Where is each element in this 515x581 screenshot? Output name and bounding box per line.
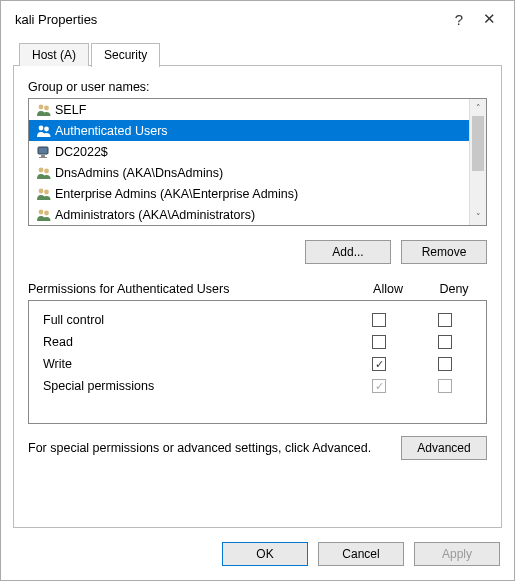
allow-checkbox[interactable]	[372, 357, 386, 371]
permission-name: Special permissions	[37, 379, 346, 393]
svg-point-12	[44, 210, 49, 215]
apply-button[interactable]: Apply	[414, 542, 500, 566]
cancel-button[interactable]: Cancel	[318, 542, 404, 566]
permission-name: Write	[37, 357, 346, 371]
scroll-down-icon[interactable]: ˅	[470, 208, 486, 225]
permission-name: Full control	[37, 313, 346, 327]
principal-row[interactable]: Administrators (AKA\Administrators)	[29, 204, 469, 225]
deny-column-header: Deny	[421, 282, 487, 296]
svg-point-11	[39, 209, 44, 214]
window-title: kali Properties	[15, 12, 444, 27]
close-icon[interactable]: ✕	[474, 10, 504, 28]
group-user-names-label: Group or user names:	[28, 80, 487, 94]
scroll-up-icon[interactable]: ˄	[470, 99, 486, 116]
help-icon[interactable]: ?	[444, 11, 474, 28]
svg-point-3	[44, 126, 49, 131]
principal-row[interactable]: Authenticated Users	[29, 120, 469, 141]
svg-point-9	[39, 188, 44, 193]
allow-checkbox[interactable]	[372, 335, 386, 349]
principal-row[interactable]: SELF	[29, 99, 469, 120]
tab-host[interactable]: Host (A)	[19, 43, 89, 66]
svg-point-7	[39, 167, 44, 172]
group-icon	[33, 207, 55, 223]
permission-name: Read	[37, 335, 346, 349]
svg-rect-5	[41, 155, 45, 157]
dialog-footer: OK Cancel Apply	[1, 536, 514, 580]
svg-rect-4	[38, 147, 48, 154]
principal-name: Administrators (AKA\Administrators)	[55, 208, 255, 222]
principal-row[interactable]: DC2022$	[29, 141, 469, 162]
scroll-thumb[interactable]	[472, 116, 484, 171]
deny-checkbox	[438, 379, 452, 393]
principals-listbox[interactable]: SELFAuthenticated UsersDC2022$DnsAdmins …	[28, 98, 487, 226]
ok-button[interactable]: OK	[222, 542, 308, 566]
permission-row: Read	[37, 331, 478, 353]
svg-point-2	[39, 125, 44, 130]
svg-point-10	[44, 189, 49, 194]
add-button[interactable]: Add...	[305, 240, 391, 264]
permissions-header: Permissions for Authenticated Users Allo…	[28, 282, 487, 296]
svg-point-0	[39, 104, 44, 109]
deny-checkbox[interactable]	[438, 357, 452, 371]
permission-row: Full control	[37, 309, 478, 331]
tab-strip: Host (A) Security	[1, 37, 514, 66]
permissions-for-label: Permissions for Authenticated Users	[28, 282, 355, 296]
permission-row: Write	[37, 353, 478, 375]
principal-name: Authenticated Users	[55, 124, 168, 138]
allow-checkbox[interactable]	[372, 313, 386, 327]
svg-point-1	[44, 105, 49, 110]
tab-security[interactable]: Security	[91, 43, 160, 67]
group-icon	[33, 102, 55, 118]
computer-icon	[33, 144, 55, 160]
svg-rect-6	[39, 157, 47, 158]
group-icon	[33, 186, 55, 202]
deny-checkbox[interactable]	[438, 335, 452, 349]
principal-name: DnsAdmins (AKA\DnsAdmins)	[55, 166, 223, 180]
titlebar: kali Properties ? ✕	[1, 1, 514, 37]
principal-name: Enterprise Admins (AKA\Enterprise Admins…	[55, 187, 298, 201]
principal-name: DC2022$	[55, 145, 108, 159]
scrollbar[interactable]: ˄ ˅	[469, 99, 486, 225]
deny-checkbox[interactable]	[438, 313, 452, 327]
allow-checkbox	[372, 379, 386, 393]
group-icon	[33, 165, 55, 181]
security-panel: Group or user names: SELFAuthenticated U…	[13, 66, 502, 528]
principal-row[interactable]: Enterprise Admins (AKA\Enterprise Admins…	[29, 183, 469, 204]
advanced-hint: For special permissions or advanced sett…	[28, 440, 389, 457]
permission-row: Special permissions	[37, 375, 478, 397]
principal-name: SELF	[55, 103, 86, 117]
allow-column-header: Allow	[355, 282, 421, 296]
permissions-box: Full controlReadWriteSpecial permissions	[28, 300, 487, 424]
properties-dialog: kali Properties ? ✕ Host (A) Security Gr…	[0, 0, 515, 581]
svg-point-8	[44, 168, 49, 173]
group-icon	[33, 123, 55, 139]
principal-row[interactable]: DnsAdmins (AKA\DnsAdmins)	[29, 162, 469, 183]
advanced-button[interactable]: Advanced	[401, 436, 487, 460]
remove-button[interactable]: Remove	[401, 240, 487, 264]
